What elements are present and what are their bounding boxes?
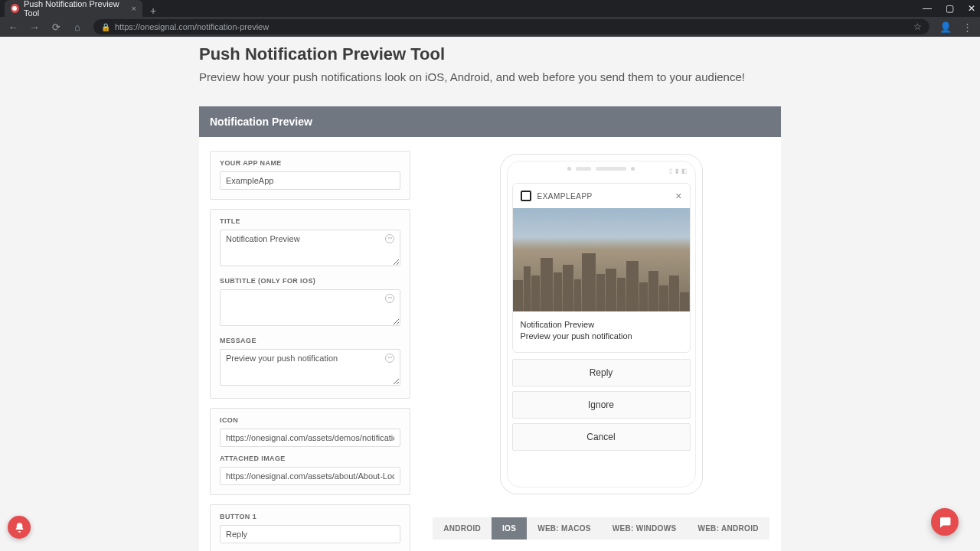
page-title: Push Notification Preview Tool xyxy=(199,44,781,64)
page-subtitle: Preview how your push notifications look… xyxy=(199,70,781,83)
input-subtitle[interactable] xyxy=(220,289,400,326)
input-title[interactable] xyxy=(220,230,400,266)
tab-web-android[interactable]: WEB: ANDROID xyxy=(687,517,769,540)
input-app-name[interactable] xyxy=(220,171,400,190)
notification-app-name: EXAMPLEAPP xyxy=(537,192,593,201)
profile-icon[interactable]: 👤 xyxy=(940,21,951,32)
emoji-picker-icon[interactable] xyxy=(385,294,394,303)
emoji-picker-icon[interactable] xyxy=(385,234,394,243)
emoji-picker-icon[interactable] xyxy=(385,354,394,363)
label-icon: ICON xyxy=(220,416,400,424)
new-tab-button[interactable]: + xyxy=(142,5,164,17)
notification-action-reply[interactable]: Reply xyxy=(512,359,691,386)
tab-title: Push Notification Preview Tool xyxy=(24,0,127,18)
phone-mockup: ▯▮◧ EXAMPLEAPP × xyxy=(500,154,703,494)
forward-icon[interactable]: → xyxy=(29,21,40,32)
browser-tab[interactable]: Push Notification Preview Tool × xyxy=(5,0,142,17)
card-app-name: YOUR APP NAME xyxy=(210,151,410,200)
platform-tabs: ANDROID IOS WEB: MACOS WEB: WINDOWS WEB:… xyxy=(433,517,769,540)
card-title-subtitle-message: TITLE SUBTITLE (ONLY FOR IOS) MESSAGE xyxy=(210,209,410,399)
close-window-icon[interactable]: ✕ xyxy=(968,3,975,14)
notification-card: EXAMPLEAPP × xyxy=(512,183,691,353)
notification-action-ignore[interactable]: Ignore xyxy=(512,391,691,419)
label-title: TITLE xyxy=(220,217,400,225)
maximize-icon[interactable]: ▢ xyxy=(946,3,954,14)
browser-chrome: Push Notification Preview Tool × + — ▢ ✕… xyxy=(0,0,980,37)
close-tab-icon[interactable]: × xyxy=(132,4,136,13)
input-button1[interactable] xyxy=(220,525,400,543)
notification-image xyxy=(513,208,690,311)
browser-toolbar: ← → ⟳ ⌂ 🔒 https://onesignal.com/notifica… xyxy=(0,17,980,37)
lock-icon: 🔒 xyxy=(101,23,110,31)
menu-icon[interactable]: ⋮ xyxy=(962,21,972,32)
card-buttons: BUTTON 1 BUTTON 2 xyxy=(210,504,410,551)
home-icon[interactable]: ⌂ xyxy=(72,21,83,32)
address-bar[interactable]: 🔒 https://onesignal.com/notification-pre… xyxy=(93,19,929,34)
notification-action-cancel[interactable]: Cancel xyxy=(512,423,691,451)
minimize-icon[interactable]: — xyxy=(923,3,932,14)
reload-icon[interactable]: ⟳ xyxy=(51,21,61,32)
label-subtitle: SUBTITLE (ONLY FOR IOS) xyxy=(220,277,400,285)
url-text: https://onesignal.com/notification-previ… xyxy=(115,22,269,31)
input-icon-url[interactable] xyxy=(220,429,400,447)
page-scroll[interactable]: Push Notification Preview Tool Preview h… xyxy=(0,37,980,551)
tab-android[interactable]: ANDROID xyxy=(433,517,492,540)
panel-header: Notification Preview xyxy=(199,106,781,137)
tab-strip: Push Notification Preview Tool × + — ▢ ✕ xyxy=(0,0,980,17)
phone-status-bar xyxy=(508,161,695,172)
input-message[interactable] xyxy=(220,349,400,386)
tab-web-windows[interactable]: WEB: WINDOWS xyxy=(602,517,688,540)
bell-badge[interactable] xyxy=(8,516,31,539)
star-icon[interactable]: ☆ xyxy=(913,21,922,32)
chat-icon xyxy=(938,515,952,529)
tab-web-macos[interactable]: WEB: MACOS xyxy=(527,517,602,540)
close-icon[interactable]: × xyxy=(675,190,681,202)
back-icon[interactable]: ← xyxy=(8,21,18,32)
form-column: YOUR APP NAME TITLE SUBTITLE (ONLY FOR I… xyxy=(199,151,421,551)
tab-ios[interactable]: IOS xyxy=(492,517,527,540)
chat-badge[interactable] xyxy=(931,508,959,536)
panel-body: YOUR APP NAME TITLE SUBTITLE (ONLY FOR I… xyxy=(199,137,781,551)
input-image-url[interactable] xyxy=(220,467,400,485)
preview-column: ▯▮◧ EXAMPLEAPP × xyxy=(421,151,781,551)
notification-message: Preview your push notification xyxy=(521,331,682,342)
label-message: MESSAGE xyxy=(220,337,400,344)
label-button1: BUTTON 1 xyxy=(220,513,400,520)
notification-actions: Reply Ignore Cancel xyxy=(512,359,691,451)
notification-title: Notification Preview xyxy=(521,319,682,331)
favicon xyxy=(11,4,19,13)
label-image: ATTACHED IMAGE xyxy=(220,455,400,462)
notification-app-icon xyxy=(521,191,531,201)
label-app-name: YOUR APP NAME xyxy=(220,159,400,167)
bell-icon xyxy=(14,522,25,533)
card-media: ICON ATTACHED IMAGE xyxy=(210,408,410,495)
window-controls: — ▢ ✕ xyxy=(923,0,975,17)
